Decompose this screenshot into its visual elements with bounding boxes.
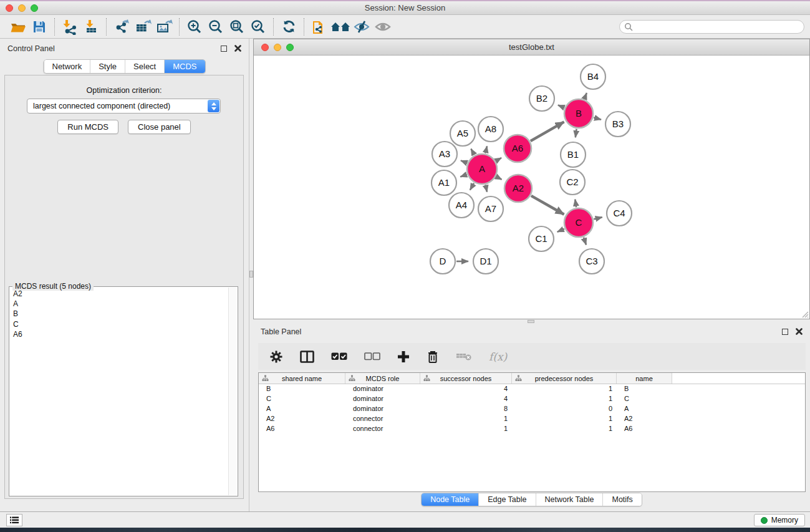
refresh-view-button[interactable] <box>278 17 299 37</box>
toolbar-search[interactable] <box>619 20 804 34</box>
close-panel-button[interactable]: Close panel <box>128 120 191 134</box>
edge-A-A7[interactable] <box>486 185 487 191</box>
float-panel-icon[interactable] <box>221 46 227 52</box>
table-cell[interactable]: 1 <box>512 394 617 404</box>
edge-A2-C[interactable] <box>531 196 564 215</box>
edge-A-A8[interactable] <box>486 146 487 153</box>
result-list-item[interactable]: A6 <box>11 329 228 339</box>
new-network-from-selection-button[interactable] <box>309 17 330 37</box>
edge-B-B2[interactable] <box>558 105 564 108</box>
zoom-in-button[interactable] <box>184 17 205 37</box>
column-header-MCDS-role[interactable]: MCDS role <box>345 373 420 384</box>
table-cell[interactable]: 1 <box>420 424 512 434</box>
zoom-fit-button[interactable] <box>226 17 248 37</box>
deselect-all-rows-button[interactable] <box>364 352 380 360</box>
node-table[interactable]: shared nameMCDS rolesuccessor nodesprede… <box>258 372 806 492</box>
tab-style[interactable]: Style <box>90 60 125 73</box>
edge-B-B4[interactable] <box>584 93 587 99</box>
open-session-button[interactable] <box>7 17 29 37</box>
divider-grip[interactable] <box>528 320 534 323</box>
table-cell[interactable]: C <box>617 394 672 404</box>
table-cell[interactable]: connector <box>345 414 420 424</box>
result-list-item[interactable]: A <box>11 299 228 309</box>
table-cell[interactable]: 4 <box>420 394 512 404</box>
column-header-name[interactable]: name <box>617 373 672 384</box>
export-image-button[interactable] <box>153 17 175 37</box>
table-cell[interactable]: A2 <box>617 414 672 424</box>
table-row[interactable]: Cdominator41C <box>259 394 805 404</box>
horizontal-split-divider[interactable] <box>253 319 810 324</box>
table-cell[interactable]: C <box>259 394 345 404</box>
network-canvas[interactable]: B4B2BB3A5A8A6B1A3AC2A1A2A4A7C4CC1C3DD1 <box>254 56 809 319</box>
table-row[interactable]: A2connector11A2 <box>259 414 805 424</box>
edge-A-A5[interactable] <box>471 149 474 155</box>
table-cell[interactable]: 1 <box>512 414 617 424</box>
delete-column-button[interactable] <box>427 350 439 364</box>
table-cell[interactable]: connector <box>345 424 420 434</box>
edge-A-A6[interactable] <box>496 158 502 161</box>
mcds-result-list[interactable]: A2ABCA6 <box>11 289 228 495</box>
edge-A-A4[interactable] <box>470 183 474 190</box>
edge-A-A3[interactable] <box>461 160 467 163</box>
column-header-successor-nodes[interactable]: successor nodes <box>420 373 512 384</box>
table-cell[interactable]: A <box>617 404 672 414</box>
tab-network-table[interactable]: Network Table <box>536 493 603 506</box>
vertical-split-divider[interactable] <box>249 39 253 511</box>
table-cell[interactable]: A6 <box>259 424 345 434</box>
result-list-item[interactable]: C <box>11 319 228 329</box>
add-column-button[interactable] <box>397 351 410 363</box>
edge-C-C2[interactable] <box>575 200 576 208</box>
result-list-item[interactable]: B <box>11 309 228 319</box>
optimization-criterion-select[interactable]: largest connected component (directed) <box>27 99 221 114</box>
table-cell[interactable]: 1 <box>512 424 617 434</box>
table-cell[interactable]: 0 <box>512 404 617 414</box>
result-list-item[interactable]: A2 <box>11 289 228 299</box>
export-table-button[interactable] <box>132 17 153 37</box>
table-cell[interactable]: A6 <box>617 424 672 434</box>
tab-select[interactable]: Select <box>125 60 164 73</box>
table-row[interactable]: A6connector11A6 <box>259 424 805 434</box>
tab-motifs[interactable]: Motifs <box>602 493 641 506</box>
edge-B-B1[interactable] <box>576 129 577 137</box>
edge-A6-B[interactable] <box>531 122 564 141</box>
search-input[interactable] <box>633 21 804 32</box>
hide-graphics-details-button[interactable] <box>351 17 372 37</box>
close-panel-icon[interactable] <box>796 328 803 335</box>
zoom-selected-button[interactable] <box>248 17 269 37</box>
show-graphics-details-button[interactable] <box>372 17 393 37</box>
table-cell[interactable]: B <box>259 384 345 394</box>
table-cell[interactable]: 1 <box>512 384 617 394</box>
table-cell[interactable]: dominator <box>345 394 420 404</box>
export-network-button[interactable] <box>111 17 132 37</box>
close-panel-icon[interactable] <box>234 45 241 52</box>
edge-C-C1[interactable] <box>557 229 564 232</box>
tab-node-table[interactable]: Node Table <box>422 493 478 506</box>
home-view-button[interactable] <box>330 17 351 37</box>
table-row[interactable]: Bdominator41B <box>259 384 805 394</box>
table-cell[interactable]: 1 <box>420 414 512 424</box>
edge-B-B3[interactable] <box>594 118 601 120</box>
result-list-scrollbar[interactable] <box>228 288 237 495</box>
table-cell[interactable]: A2 <box>259 414 345 424</box>
table-cell[interactable]: A <box>259 404 345 414</box>
table-row[interactable]: Adominator80A <box>259 404 805 414</box>
zoom-out-button[interactable] <box>205 17 226 37</box>
float-panel-icon[interactable] <box>782 329 788 335</box>
edge-A-A1[interactable] <box>460 175 466 177</box>
column-header-predecessor-nodes[interactable]: predecessor nodes <box>512 373 617 384</box>
task-history-button[interactable] <box>6 514 22 526</box>
edge-C-C3[interactable] <box>584 238 586 245</box>
column-header-shared-name[interactable]: shared name <box>259 373 345 384</box>
edge-A-A2[interactable] <box>496 177 502 180</box>
split-table-view-button[interactable] <box>300 351 314 363</box>
window-resize-grip[interactable] <box>800 309 809 318</box>
table-cell[interactable]: dominator <box>345 404 420 414</box>
table-settings-button[interactable] <box>269 350 283 364</box>
edge-C-C4[interactable] <box>594 217 602 219</box>
run-mcds-button[interactable]: Run MCDS <box>57 120 118 134</box>
import-table-button[interactable] <box>80 17 102 37</box>
memory-status-button[interactable]: Memory <box>754 514 805 526</box>
tab-edge-table[interactable]: Edge Table <box>478 493 535 506</box>
tab-mcds[interactable]: MCDS <box>164 60 205 73</box>
table-cell[interactable]: 4 <box>420 384 512 394</box>
